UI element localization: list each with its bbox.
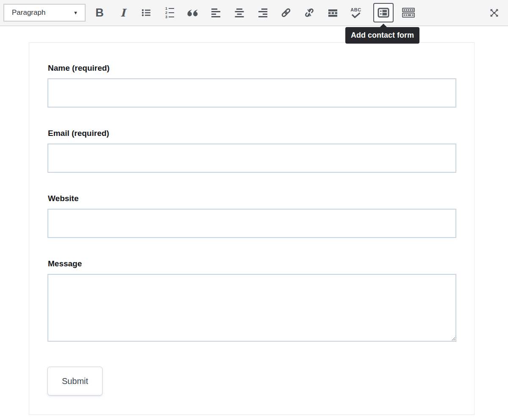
bulleted-list-icon: [141, 8, 151, 18]
email-input[interactable]: [47, 144, 456, 173]
website-field-label: Website: [48, 194, 456, 203]
numbered-list-icon: 1 2 3: [165, 7, 174, 19]
fullscreen-button[interactable]: [486, 3, 502, 22]
add-contact-form-button[interactable]: [373, 3, 394, 22]
contact-form-preview: Name (required) Email (required) Website…: [29, 42, 475, 415]
name-input[interactable]: [47, 78, 456, 108]
message-field-label: Message: [48, 259, 456, 268]
read-more-tag-button[interactable]: [324, 3, 341, 22]
spellcheck-button[interactable]: ABC: [347, 3, 364, 22]
align-left-button[interactable]: [208, 3, 225, 22]
name-field-label: Name (required): [48, 64, 456, 73]
insert-link-button[interactable]: [278, 3, 294, 22]
keyboard-icon: [402, 8, 415, 18]
tooltip-text: Add contact form: [351, 31, 414, 39]
paragraph-dropdown-value: Paragraph: [12, 8, 45, 17]
align-center-button[interactable]: [231, 3, 248, 22]
remove-link-button[interactable]: [301, 3, 318, 22]
keyboard-button[interactable]: [400, 3, 417, 22]
numbered-list-button[interactable]: 1 2 3: [161, 3, 178, 22]
website-input[interactable]: [47, 209, 456, 238]
align-center-icon: [235, 8, 244, 17]
add-contact-form-tooltip: Add contact form: [345, 27, 419, 44]
blockquote-button[interactable]: [184, 3, 201, 22]
bulleted-list-button[interactable]: [138, 3, 155, 22]
editor-toolbar: Paragraph ▼ B I 1 2 3: [0, 0, 508, 26]
italic-button[interactable]: I: [114, 3, 131, 22]
spellcheck-icon: ABC: [350, 8, 361, 18]
message-textarea[interactable]: [47, 274, 456, 342]
unlink-icon: [304, 7, 315, 18]
blockquote-icon: [187, 9, 199, 17]
contact-form-icon: [378, 8, 389, 18]
submit-button-label: Submit: [62, 376, 88, 386]
paragraph-dropdown[interactable]: Paragraph ▼: [3, 4, 86, 22]
align-right-button[interactable]: [254, 3, 271, 22]
italic-icon: I: [120, 8, 125, 18]
email-field-label: Email (required): [48, 129, 456, 138]
chevron-down-icon: ▼: [73, 10, 78, 15]
align-right-icon: [258, 8, 267, 17]
submit-button[interactable]: Submit: [47, 367, 103, 395]
bold-button[interactable]: B: [91, 3, 108, 22]
align-left-icon: [211, 8, 221, 17]
link-icon: [280, 7, 291, 18]
fullscreen-icon: [489, 8, 500, 18]
read-more-tag-icon: [328, 8, 338, 18]
bold-icon: B: [95, 7, 104, 19]
